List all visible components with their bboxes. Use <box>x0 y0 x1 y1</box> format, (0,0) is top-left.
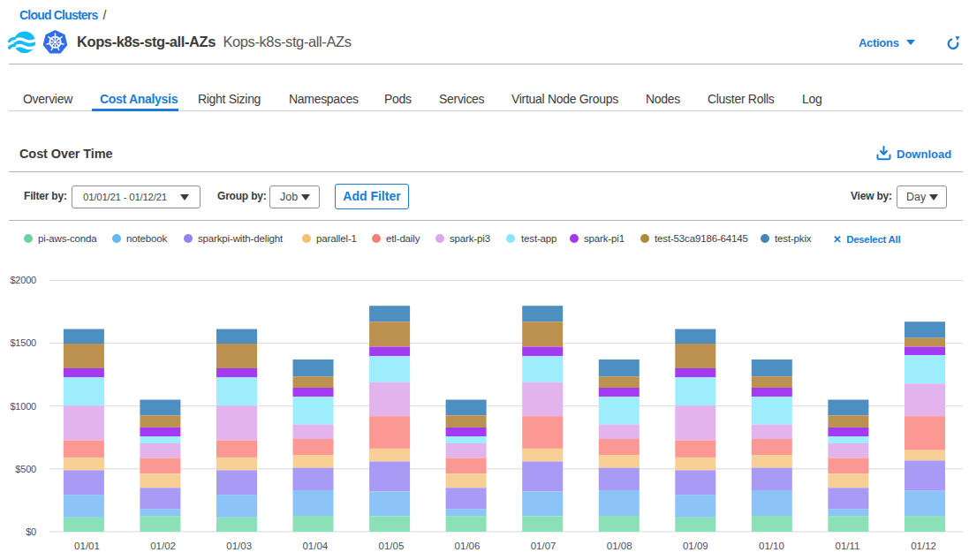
svg-text:01/03: 01/03 <box>226 541 252 551</box>
svg-text:$1000: $1000 <box>10 401 36 412</box>
svg-text:$500: $500 <box>15 464 36 474</box>
svg-text:01/09: 01/09 <box>683 541 708 551</box>
svg-text:01/12: 01/12 <box>911 541 936 551</box>
svg-text:01/07: 01/07 <box>531 541 556 551</box>
svg-text:01/08: 01/08 <box>607 541 632 551</box>
svg-text:01/01: 01/01 <box>74 541 100 551</box>
svg-text:01/10: 01/10 <box>759 541 784 551</box>
svg-text:01/06: 01/06 <box>455 541 481 551</box>
svg-text:01/05: 01/05 <box>379 541 405 551</box>
svg-text:$2000: $2000 <box>10 275 36 285</box>
svg-text:01/02: 01/02 <box>150 541 176 551</box>
svg-text:$0: $0 <box>26 526 36 537</box>
svg-text:$1500: $1500 <box>10 337 36 348</box>
svg-text:01/11: 01/11 <box>836 541 860 551</box>
svg-text:01/04: 01/04 <box>302 541 328 551</box>
